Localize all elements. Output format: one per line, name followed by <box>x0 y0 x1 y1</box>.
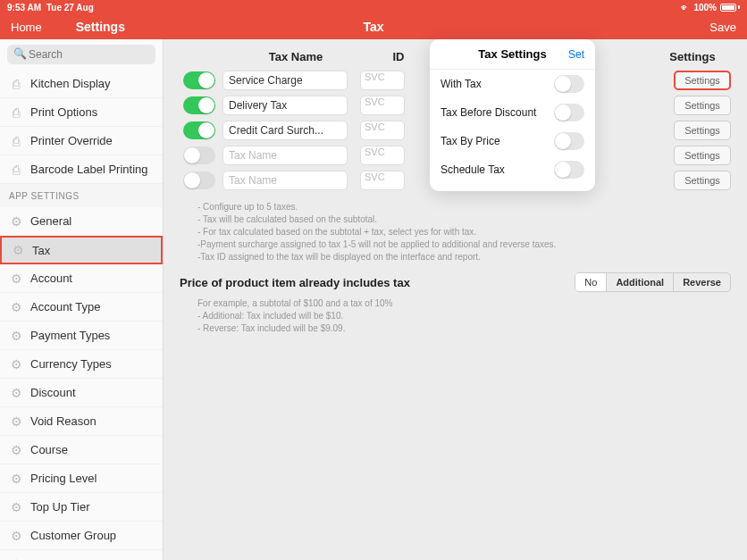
item-icon: ⚙ <box>9 272 23 286</box>
sidebar-item-label: General <box>30 214 71 228</box>
help-text: - Configure up to 5 taxes.- Tax will be … <box>180 201 731 263</box>
sidebar-item-label: Payment Types <box>30 329 110 342</box>
sidebar-item-void-reason[interactable]: ⚙Void Reason <box>0 407 163 436</box>
popup-toggle[interactable] <box>554 132 584 150</box>
sidebar-item-customer-group[interactable]: ⚙Customer Group <box>0 522 163 550</box>
tax-settings-button[interactable]: Settings <box>674 71 731 90</box>
tax-id-input[interactable]: SVC <box>360 96 405 115</box>
sidebar-item-label: Printer Override <box>30 134 113 147</box>
status-time: 9:53 AM <box>7 3 41 13</box>
item-icon: ⚙ <box>9 300 23 314</box>
sidebar-item[interactable]: ⎙Barcode Label Printing <box>0 155 163 184</box>
section-header: APP SETTINGS <box>0 184 163 207</box>
tax-name-input[interactable] <box>222 171 348 190</box>
item-icon: ⚙ <box>9 414 23 429</box>
sidebar-item-label: Account <box>30 272 72 285</box>
save-button[interactable]: Save <box>709 21 736 34</box>
includes-title: Price of product item already includes t… <box>180 276 410 289</box>
tax-toggle[interactable] <box>183 171 215 189</box>
tax-name-input[interactable] <box>222 146 348 165</box>
item-icon: ⎙ <box>9 134 23 148</box>
battery-icon <box>720 4 740 12</box>
tax-toggle[interactable] <box>183 71 215 89</box>
battery-pct: 100% <box>693 3 717 13</box>
header: Home Settings Tax Save <box>0 14 747 39</box>
sidebar-item-label: Course <box>30 443 68 456</box>
sidebar-item-label: Top Up Tier <box>30 500 89 514</box>
item-icon: ⚙ <box>9 214 23 229</box>
popup-row: Schedule Tax <box>430 155 595 184</box>
tax-toggle[interactable] <box>183 121 215 139</box>
tax-id-input[interactable]: SVC <box>360 146 405 165</box>
item-icon: ⚙ <box>9 500 23 514</box>
sidebar-item[interactable]: ⎙Kitchen Display <box>0 70 163 98</box>
sidebar-item-pricing-level[interactable]: ⚙Pricing Level <box>0 464 163 493</box>
tax-id-input[interactable]: SVC <box>360 121 405 140</box>
home-button[interactable]: Home <box>11 21 42 34</box>
sidebar-item-tax[interactable]: ⚙Tax <box>0 236 163 264</box>
wifi-icon: ᯤ <box>681 3 690 13</box>
status-date: Tue 27 Aug <box>46 3 94 13</box>
sidebar-item-general[interactable]: ⚙General <box>0 207 163 236</box>
tax-settings-button[interactable]: Settings <box>674 171 731 190</box>
sidebar-item-label: Account Type <box>30 300 101 313</box>
sidebar-item-label: Void Reason <box>30 414 97 428</box>
popup-toggle[interactable] <box>554 104 584 121</box>
seg-option[interactable]: Additional <box>607 273 674 291</box>
tax-name-input[interactable] <box>222 71 348 90</box>
popup-set-button[interactable]: Set <box>568 48 584 61</box>
popup-row-label: Tax Before Discount <box>441 106 536 119</box>
item-icon: ⚙ <box>9 557 23 561</box>
seg-option[interactable]: No <box>575 273 607 291</box>
item-icon: ⚙ <box>9 443 23 457</box>
popup-row-label: Schedule Tax <box>441 163 505 176</box>
sidebar-item-payment-types[interactable]: ⚙Payment Types <box>0 322 163 350</box>
header-title: Settings <box>76 20 125 34</box>
item-icon: ⚙ <box>11 243 25 257</box>
tax-settings-button[interactable]: Settings <box>674 121 731 140</box>
sidebar-item-top-up-tier[interactable]: ⚙Top Up Tier <box>0 493 163 522</box>
item-icon: ⚙ <box>9 472 23 486</box>
search-icon: 🔍 <box>13 47 27 60</box>
item-icon: ⚙ <box>9 386 23 400</box>
sidebar-item-label: Tax <box>32 244 50 257</box>
sidebar-item-discount[interactable]: ⚙Discount <box>0 379 163 407</box>
status-bar: 9:53 AM Tue 27 Aug ᯤ 100% <box>0 0 747 14</box>
includes-segmented[interactable]: NoAdditionalReverse <box>575 272 731 292</box>
item-icon: ⎙ <box>9 163 23 177</box>
popup-toggle[interactable] <box>554 161 584 179</box>
sidebar-item-course[interactable]: ⚙Course <box>0 436 163 464</box>
tax-id-input[interactable]: SVC <box>360 71 405 90</box>
popup-row: With Tax <box>430 70 595 98</box>
includes-example: For example, a subtotal of $100 and a ta… <box>180 297 731 335</box>
tax-name-input[interactable] <box>222 96 348 115</box>
sidebar-item-account-type[interactable]: ⚙Account Type <box>0 293 163 322</box>
tax-name-input[interactable] <box>222 121 348 140</box>
item-icon: ⚙ <box>9 529 23 543</box>
item-icon: ⚙ <box>9 357 23 372</box>
search-input[interactable] <box>7 45 155 64</box>
item-icon: ⎙ <box>9 105 23 120</box>
seg-option[interactable]: Reverse <box>674 273 730 291</box>
popup-row: Tax By Price <box>430 127 595 155</box>
sidebar-item-currency-types[interactable]: ⚙Currency Types <box>0 350 163 379</box>
sidebar-item-unit-of-measurement[interactable]: ⚙Unit of Measurement <box>0 550 163 560</box>
sidebar-item-label: Print Options <box>30 105 97 119</box>
col-tax-name: Tax Name <box>224 50 367 63</box>
popup-row-label: Tax By Price <box>441 135 500 147</box>
popup-toggle[interactable] <box>554 75 584 93</box>
tax-settings-button[interactable]: Settings <box>674 96 731 115</box>
tax-toggle[interactable] <box>183 96 215 114</box>
sidebar-item-label: Barcode Label Printing <box>30 163 148 176</box>
tax-id-input[interactable]: SVC <box>360 171 405 190</box>
sidebar-item-label: Customer Group <box>30 529 116 542</box>
page-title: Tax <box>363 20 383 34</box>
tax-toggle[interactable] <box>183 146 215 164</box>
sidebar-item-account[interactable]: ⚙Account <box>0 264 163 293</box>
tax-settings-button[interactable]: Settings <box>674 146 731 165</box>
sidebar-item-label: Pricing Level <box>30 472 97 485</box>
item-icon: ⚙ <box>9 329 23 343</box>
sidebar-item[interactable]: ⎙Printer Override <box>0 127 163 155</box>
sidebar-item[interactable]: ⎙Print Options <box>0 98 163 127</box>
tax-settings-popup: Tax Settings Set With TaxTax Before Disc… <box>430 39 595 191</box>
